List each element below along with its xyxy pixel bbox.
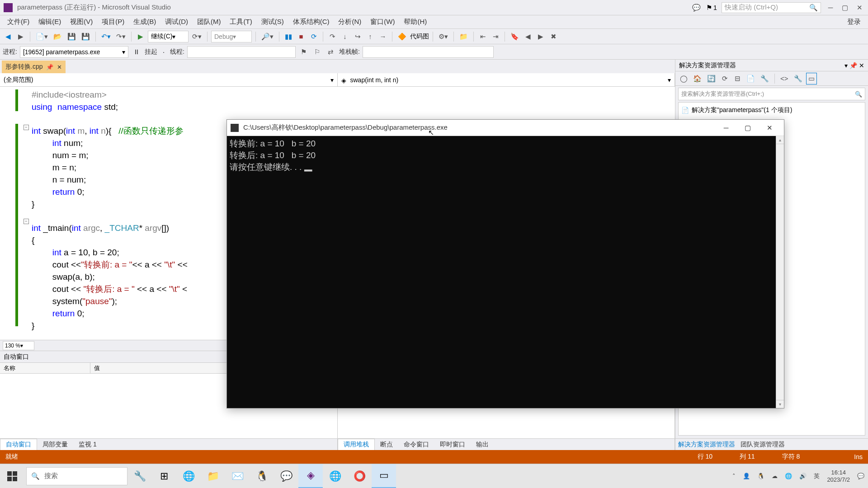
stop-button[interactable]: ■ — [296, 31, 307, 42]
menu-analyze[interactable]: 分析(N) — [334, 16, 366, 28]
indent-right-button[interactable]: ⇥ — [490, 31, 501, 42]
bookmark-next-button[interactable]: ▶ — [535, 31, 546, 42]
sol-back-icon[interactable]: ◯ — [678, 73, 689, 84]
tray-volume-icon[interactable]: 🔊 — [799, 473, 807, 479]
sol-sync-icon[interactable]: 🔄 — [705, 73, 717, 84]
tab-team-explorer[interactable]: 团队资源管理器 — [741, 441, 785, 449]
maximize-button[interactable]: ▢ — [840, 3, 850, 13]
console-titlebar[interactable]: C:\Users\高梓钦\Desktop\parameterpass\Debug… — [227, 120, 784, 136]
task-app-console[interactable]: ▭ — [372, 464, 396, 488]
console-maximize-button[interactable]: ▢ — [737, 121, 759, 135]
thread-dropdown[interactable] — [187, 46, 296, 58]
minimize-button[interactable]: ─ — [826, 3, 835, 13]
console-output[interactable]: 转换前: a = 10 b = 20 转换后: a = 10 b = 20 请按… — [227, 136, 784, 408]
sol-home-icon[interactable]: 🏠 — [691, 73, 703, 84]
restart-button[interactable]: ⟳ — [308, 31, 319, 42]
sol-collapse-icon[interactable]: ⊟ — [732, 73, 743, 84]
indent-left-button[interactable]: ⇤ — [477, 31, 488, 42]
notifications[interactable]: ⚑ 1 — [706, 4, 717, 12]
tab-autos[interactable]: 自动窗口 — [0, 439, 37, 450]
sol-view-icon[interactable]: ▭ — [806, 73, 817, 84]
undo-button[interactable]: ↶▾ — [99, 31, 113, 42]
menu-arch[interactable]: 体系结构(C) — [288, 16, 334, 28]
continue-button[interactable]: 继续(C) ▾ — [148, 31, 189, 42]
menu-edit[interactable]: 编辑(E) — [34, 16, 66, 28]
quick-launch-input[interactable]: 快速启动 (Ctrl+Q) 🔍 — [722, 2, 821, 13]
zoom-dropdown[interactable]: 130 % ▾ — [3, 341, 34, 350]
scroll-up-icon[interactable]: ▴ — [776, 136, 784, 144]
redo-button[interactable]: ↷▾ — [114, 31, 127, 42]
task-app-mail[interactable]: ✉️ — [225, 464, 250, 488]
file-tab-active[interactable]: 形参转换.cpp 📌 ✕ — [2, 61, 66, 73]
thread-btn-3[interactable]: ⇄ — [326, 46, 336, 58]
tab-breakpoints[interactable]: 断点 — [375, 439, 398, 450]
menu-tools[interactable]: 工具(T) — [225, 16, 256, 28]
tab-close-icon[interactable]: ✕ — [57, 64, 62, 70]
step-next-button[interactable]: ↷ — [327, 31, 338, 42]
task-app-obs[interactable]: ⭕ — [347, 464, 372, 488]
solution-root-node[interactable]: 📄 解决方案"parameterpass"(1 个项目) — [681, 105, 862, 115]
scope-global-dropdown[interactable]: (全局范围)▾ — [0, 73, 338, 86]
task-app-edge[interactable]: 🌐 — [323, 464, 347, 488]
bookmark-button[interactable]: 🔖 — [509, 31, 521, 42]
menu-file[interactable]: 文件(F) — [3, 16, 34, 28]
tab-solution-explorer[interactable]: 解决方案资源管理器 — [678, 441, 735, 449]
tray-ime[interactable]: 英 — [814, 472, 820, 480]
sol-wrench-icon[interactable]: 🔧 — [792, 73, 804, 84]
menu-build[interactable]: 生成(B) — [129, 16, 160, 28]
menu-window[interactable]: 窗口(W) — [366, 16, 399, 28]
save-button[interactable]: 💾 — [66, 31, 78, 42]
thread-btn-2[interactable]: ⚐ — [312, 46, 323, 58]
tray-people-icon[interactable]: 👤 — [743, 473, 750, 479]
tab-command[interactable]: 命令窗口 — [398, 439, 434, 450]
task-app-files[interactable]: 📁 — [201, 464, 225, 488]
tab-immediate[interactable]: 即时窗口 — [434, 439, 471, 450]
feedback-icon[interactable]: 💬 — [692, 3, 702, 13]
console-minimize-button[interactable]: ─ — [715, 121, 737, 135]
fold-toggle[interactable]: − — [24, 125, 29, 130]
tab-watch[interactable]: 监视 1 — [73, 439, 102, 450]
sol-properties-icon[interactable]: 🔧 — [759, 73, 771, 84]
bookmark-prev-button[interactable]: ◀ — [523, 31, 533, 42]
panel-dropdown-icon[interactable]: ▾ — [844, 62, 848, 69]
codemap-icon[interactable]: 🔶 — [396, 31, 408, 42]
step-over-button[interactable]: ↪ — [352, 31, 363, 42]
panel-pin-icon[interactable]: 📌 — [849, 62, 857, 69]
menu-team[interactable]: 团队(M) — [193, 16, 226, 28]
new-file-button[interactable]: 📄▾ — [34, 31, 50, 42]
bookmark-clear-button[interactable]: ✖ — [548, 31, 559, 42]
console-close-button[interactable]: ✕ — [759, 121, 780, 135]
task-app-browser[interactable]: 🌐 — [176, 464, 201, 488]
find-button[interactable]: 🔎▾ — [259, 31, 275, 42]
panel-close-icon[interactable]: ✕ — [859, 62, 864, 69]
close-button[interactable]: ✕ — [854, 3, 864, 13]
task-app-visualstudio[interactable]: ◈ — [298, 464, 323, 488]
login-link[interactable]: 登录 — [843, 16, 865, 28]
tray-chevron-icon[interactable]: ˄ — [732, 473, 736, 479]
task-app-qq[interactable]: 🐧 — [250, 464, 274, 488]
tool-btn-2[interactable]: 📁 — [458, 31, 470, 42]
menu-debug[interactable]: 调试(D) — [160, 16, 193, 28]
sol-show-all-icon[interactable]: 📄 — [745, 73, 757, 84]
task-app-wechat[interactable]: 💬 — [274, 464, 298, 488]
save-all-button[interactable]: 💾 — [80, 31, 92, 42]
tool-btn-1[interactable]: ⚙▾ — [437, 31, 450, 42]
run-to-cursor-button[interactable]: → — [377, 31, 388, 42]
tray-notifications-icon[interactable]: 💬 — [857, 473, 864, 479]
console-scrollbar[interactable]: ▴ ▾ — [776, 136, 784, 408]
solution-search-input[interactable]: 搜索解决方案资源管理器(Ctrl+;) 🔍 — [678, 88, 865, 100]
tab-output[interactable]: 输出 — [471, 439, 494, 450]
stackframe-dropdown[interactable] — [363, 46, 494, 58]
tab-callstack[interactable]: 调用堆栈 — [338, 439, 375, 450]
codemap-label[interactable]: 代码图 — [410, 33, 429, 41]
menu-help[interactable]: 帮助(H) — [399, 16, 431, 28]
sol-refresh-icon[interactable]: ⟳ — [719, 73, 730, 84]
task-app-1[interactable]: 🔧 — [127, 464, 152, 488]
sol-code-icon[interactable]: <> — [778, 73, 790, 84]
open-button[interactable]: 📂 — [52, 31, 64, 42]
suspend-icon[interactable]: ⏸ — [131, 46, 142, 58]
scope-function-dropdown[interactable]: ◈ swap(int m, int n)▾ — [338, 73, 675, 86]
tray-qq-icon[interactable]: 🐧 — [757, 473, 764, 479]
refresh-button[interactable]: ⟳▾ — [190, 31, 203, 42]
task-view-icon[interactable]: ⊞ — [152, 464, 176, 488]
